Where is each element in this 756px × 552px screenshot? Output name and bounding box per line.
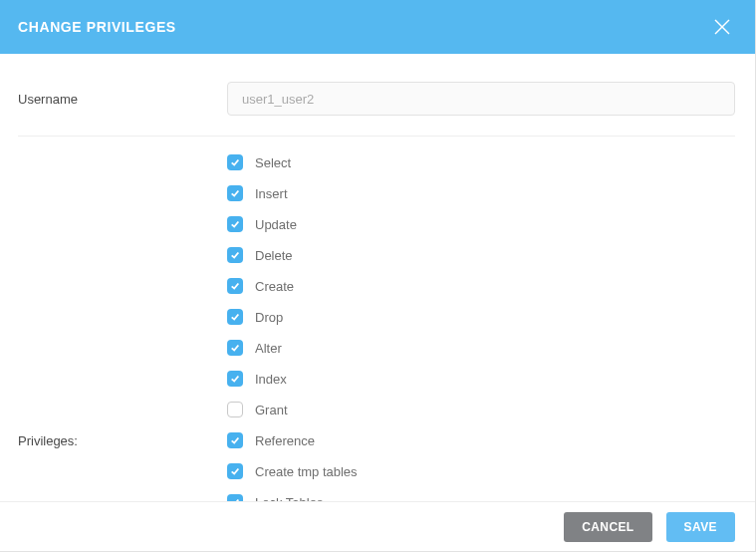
privilege-label: Update bbox=[255, 217, 297, 232]
privilege-checkbox[interactable] bbox=[227, 185, 243, 201]
privilege-item[interactable]: Insert bbox=[227, 185, 735, 201]
modal-body[interactable]: Username Privileges: SelectInsertUpdateD… bbox=[0, 54, 755, 501]
privilege-label: Alter bbox=[255, 341, 282, 356]
privilege-label: Create bbox=[255, 279, 294, 294]
check-icon bbox=[230, 281, 240, 291]
close-icon bbox=[713, 18, 731, 36]
modal-footer: CANCEL SAVE bbox=[0, 501, 755, 551]
check-icon bbox=[230, 157, 240, 167]
privilege-item[interactable]: Reference bbox=[227, 432, 735, 448]
privileges-col: SelectInsertUpdateDeleteCreateDropAlterI… bbox=[227, 154, 735, 501]
privilege-item[interactable]: Lock Tables bbox=[227, 494, 735, 501]
privilege-label: Insert bbox=[255, 186, 288, 201]
privilege-label: Reference bbox=[255, 433, 315, 448]
username-field-col bbox=[227, 82, 735, 116]
close-button[interactable] bbox=[711, 16, 733, 38]
privilege-label: Grant bbox=[255, 403, 288, 417]
privilege-label: Lock Tables bbox=[255, 495, 323, 502]
modal-body-wrap: Username Privileges: SelectInsertUpdateD… bbox=[0, 54, 755, 501]
privilege-checkbox[interactable] bbox=[227, 402, 243, 417]
modal-header: CHANGE PRIVILEGES bbox=[0, 0, 755, 54]
privilege-label: Index bbox=[255, 372, 287, 387]
privilege-item[interactable]: Create tmp tables bbox=[227, 463, 735, 479]
privileges-label: Privileges: bbox=[18, 154, 227, 448]
change-privileges-modal: CHANGE PRIVILEGES Username Privileges: S… bbox=[0, 0, 756, 552]
check-icon bbox=[230, 497, 240, 501]
privilege-checkbox[interactable] bbox=[227, 340, 243, 356]
privilege-checkbox[interactable] bbox=[227, 309, 243, 325]
privilege-item[interactable]: Index bbox=[227, 371, 735, 387]
check-icon bbox=[230, 374, 240, 384]
privilege-item[interactable]: Grant bbox=[227, 402, 735, 417]
username-label: Username bbox=[18, 92, 227, 107]
privilege-item[interactable]: Select bbox=[227, 154, 735, 170]
privilege-checkbox[interactable] bbox=[227, 371, 243, 387]
check-icon bbox=[230, 250, 240, 260]
save-button[interactable]: SAVE bbox=[666, 512, 735, 542]
privilege-checkbox[interactable] bbox=[227, 432, 243, 448]
username-input[interactable] bbox=[227, 82, 735, 116]
privilege-checkbox[interactable] bbox=[227, 247, 243, 263]
privilege-checkbox[interactable] bbox=[227, 216, 243, 232]
privilege-label: Drop bbox=[255, 310, 283, 325]
privilege-item[interactable]: Create bbox=[227, 278, 735, 294]
modal-title: CHANGE PRIVILEGES bbox=[18, 19, 176, 35]
privilege-item[interactable]: Update bbox=[227, 216, 735, 232]
privilege-label: Delete bbox=[255, 248, 293, 263]
privilege-checkbox[interactable] bbox=[227, 463, 243, 479]
privilege-label: Create tmp tables bbox=[255, 464, 358, 479]
privilege-item[interactable]: Alter bbox=[227, 340, 735, 356]
privilege-checkbox[interactable] bbox=[227, 494, 243, 501]
privilege-item[interactable]: Delete bbox=[227, 247, 735, 263]
check-icon bbox=[230, 312, 240, 322]
cancel-button[interactable]: CANCEL bbox=[564, 512, 651, 542]
privileges-list: SelectInsertUpdateDeleteCreateDropAlterI… bbox=[227, 154, 735, 501]
check-icon bbox=[230, 343, 240, 353]
check-icon bbox=[230, 188, 240, 198]
privilege-label: Select bbox=[255, 155, 291, 170]
privilege-checkbox[interactable] bbox=[227, 278, 243, 294]
username-row: Username bbox=[18, 82, 735, 137]
check-icon bbox=[230, 435, 240, 445]
privilege-checkbox[interactable] bbox=[227, 154, 243, 170]
check-icon bbox=[230, 219, 240, 229]
privilege-item[interactable]: Drop bbox=[227, 309, 735, 325]
privileges-row: Privileges: SelectInsertUpdateDeleteCrea… bbox=[18, 154, 735, 501]
check-icon bbox=[230, 466, 240, 476]
